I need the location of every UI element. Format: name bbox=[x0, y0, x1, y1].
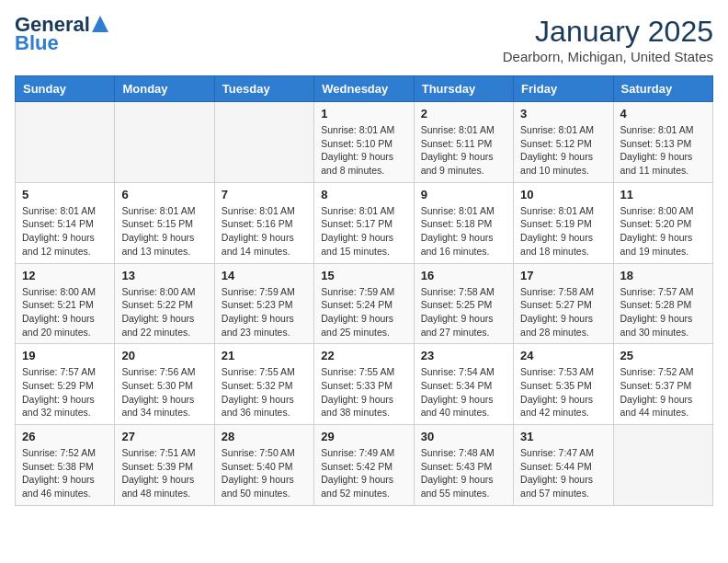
day-info: Sunrise: 7:54 AM Sunset: 5:34 PM Dayligh… bbox=[421, 365, 506, 419]
day-cell bbox=[115, 102, 214, 183]
day-cell: 14Sunrise: 7:59 AM Sunset: 5:23 PM Dayli… bbox=[214, 263, 313, 344]
day-number: 4 bbox=[620, 107, 706, 121]
day-info: Sunrise: 7:55 AM Sunset: 5:33 PM Dayligh… bbox=[321, 365, 406, 419]
day-cell bbox=[214, 102, 313, 183]
day-number: 17 bbox=[520, 269, 606, 282]
day-cell: 12Sunrise: 8:00 AM Sunset: 5:21 PM Dayli… bbox=[16, 263, 115, 344]
day-number: 16 bbox=[421, 269, 506, 282]
day-info: Sunrise: 7:51 AM Sunset: 5:39 PM Dayligh… bbox=[121, 446, 207, 500]
weekday-header-saturday: Saturday bbox=[613, 76, 712, 102]
logo-blue: Blue bbox=[15, 31, 59, 54]
day-number: 5 bbox=[22, 188, 108, 201]
day-info: Sunrise: 7:55 AM Sunset: 5:32 PM Dayligh… bbox=[222, 365, 307, 419]
day-info: Sunrise: 8:01 AM Sunset: 5:16 PM Dayligh… bbox=[222, 204, 307, 259]
day-info: Sunrise: 8:01 AM Sunset: 5:17 PM Dayligh… bbox=[321, 204, 406, 259]
day-info: Sunrise: 7:57 AM Sunset: 5:29 PM Dayligh… bbox=[22, 365, 108, 419]
day-info: Sunrise: 8:00 AM Sunset: 5:20 PM Dayligh… bbox=[620, 204, 706, 259]
weekday-header-tuesday: Tuesday bbox=[214, 76, 313, 102]
day-number: 30 bbox=[421, 430, 506, 443]
day-cell bbox=[16, 102, 115, 183]
svg-marker-0 bbox=[92, 16, 108, 32]
day-cell: 26Sunrise: 7:52 AM Sunset: 5:38 PM Dayli… bbox=[16, 425, 115, 506]
weekday-header-sunday: Sunday bbox=[16, 76, 115, 102]
day-cell: 28Sunrise: 7:50 AM Sunset: 5:40 PM Dayli… bbox=[214, 425, 313, 506]
day-cell bbox=[613, 425, 712, 506]
day-number: 29 bbox=[321, 430, 406, 443]
day-number: 28 bbox=[222, 430, 307, 443]
day-cell: 6Sunrise: 8:01 AM Sunset: 5:15 PM Daylig… bbox=[115, 182, 214, 263]
day-cell: 2Sunrise: 8:01 AM Sunset: 5:11 PM Daylig… bbox=[414, 102, 513, 183]
day-number: 22 bbox=[321, 349, 406, 362]
day-number: 21 bbox=[222, 349, 307, 362]
day-cell: 11Sunrise: 8:00 AM Sunset: 5:20 PM Dayli… bbox=[613, 182, 712, 263]
day-cell: 24Sunrise: 7:53 AM Sunset: 5:35 PM Dayli… bbox=[514, 344, 613, 425]
week-row-4: 19Sunrise: 7:57 AM Sunset: 5:29 PM Dayli… bbox=[16, 344, 713, 425]
day-number: 13 bbox=[121, 269, 207, 282]
day-number: 7 bbox=[222, 188, 307, 201]
day-number: 11 bbox=[620, 188, 706, 201]
day-info: Sunrise: 8:01 AM Sunset: 5:18 PM Dayligh… bbox=[421, 204, 506, 259]
day-number: 14 bbox=[222, 269, 307, 282]
day-info: Sunrise: 7:48 AM Sunset: 5:43 PM Dayligh… bbox=[421, 446, 506, 500]
day-info: Sunrise: 7:59 AM Sunset: 5:23 PM Dayligh… bbox=[222, 285, 307, 339]
day-cell: 13Sunrise: 8:00 AM Sunset: 5:22 PM Dayli… bbox=[115, 263, 214, 344]
day-cell: 17Sunrise: 7:58 AM Sunset: 5:27 PM Dayli… bbox=[514, 263, 613, 344]
day-cell: 4Sunrise: 8:01 AM Sunset: 5:13 PM Daylig… bbox=[613, 102, 712, 183]
day-number: 15 bbox=[321, 269, 406, 282]
week-row-3: 12Sunrise: 8:00 AM Sunset: 5:21 PM Dayli… bbox=[16, 263, 713, 344]
day-number: 25 bbox=[620, 349, 706, 362]
day-cell: 31Sunrise: 7:47 AM Sunset: 5:44 PM Dayli… bbox=[514, 425, 613, 506]
day-number: 9 bbox=[421, 188, 506, 201]
day-cell: 30Sunrise: 7:48 AM Sunset: 5:43 PM Dayli… bbox=[414, 425, 513, 506]
day-info: Sunrise: 8:01 AM Sunset: 5:15 PM Dayligh… bbox=[121, 204, 207, 259]
day-cell: 3Sunrise: 8:01 AM Sunset: 5:12 PM Daylig… bbox=[514, 102, 613, 183]
day-info: Sunrise: 8:01 AM Sunset: 5:10 PM Dayligh… bbox=[321, 123, 406, 178]
day-info: Sunrise: 8:00 AM Sunset: 5:22 PM Dayligh… bbox=[121, 285, 207, 339]
week-row-5: 26Sunrise: 7:52 AM Sunset: 5:38 PM Dayli… bbox=[16, 425, 713, 506]
day-info: Sunrise: 7:53 AM Sunset: 5:35 PM Dayligh… bbox=[520, 365, 606, 419]
day-cell: 7Sunrise: 8:01 AM Sunset: 5:16 PM Daylig… bbox=[214, 182, 313, 263]
day-cell: 27Sunrise: 7:51 AM Sunset: 5:39 PM Dayli… bbox=[115, 425, 214, 506]
day-cell: 22Sunrise: 7:55 AM Sunset: 5:33 PM Dayli… bbox=[314, 344, 414, 425]
day-cell: 8Sunrise: 8:01 AM Sunset: 5:17 PM Daylig… bbox=[314, 182, 414, 263]
title-block: January 2025 Dearborn, Michigan, United … bbox=[503, 15, 713, 64]
day-info: Sunrise: 7:56 AM Sunset: 5:30 PM Dayligh… bbox=[121, 365, 207, 419]
day-info: Sunrise: 8:01 AM Sunset: 5:14 PM Dayligh… bbox=[22, 204, 108, 259]
day-info: Sunrise: 8:01 AM Sunset: 5:11 PM Dayligh… bbox=[421, 123, 506, 178]
day-number: 8 bbox=[321, 188, 406, 201]
day-number: 26 bbox=[22, 430, 108, 443]
day-cell: 18Sunrise: 7:57 AM Sunset: 5:28 PM Dayli… bbox=[613, 263, 712, 344]
weekday-header-wednesday: Wednesday bbox=[314, 76, 414, 102]
day-number: 23 bbox=[421, 349, 506, 362]
day-info: Sunrise: 8:01 AM Sunset: 5:12 PM Dayligh… bbox=[520, 123, 606, 178]
logo: General Blue bbox=[15, 15, 108, 53]
day-number: 10 bbox=[520, 188, 606, 201]
location: Dearborn, Michigan, United States bbox=[503, 49, 713, 64]
day-cell: 29Sunrise: 7:49 AM Sunset: 5:42 PM Dayli… bbox=[314, 425, 414, 506]
day-number: 19 bbox=[22, 349, 108, 362]
week-row-2: 5Sunrise: 8:01 AM Sunset: 5:14 PM Daylig… bbox=[16, 182, 713, 263]
month-title: January 2025 bbox=[503, 15, 713, 49]
day-cell: 20Sunrise: 7:56 AM Sunset: 5:30 PM Dayli… bbox=[115, 344, 214, 425]
day-number: 12 bbox=[22, 269, 108, 282]
day-number: 1 bbox=[321, 107, 406, 121]
day-info: Sunrise: 7:58 AM Sunset: 5:27 PM Dayligh… bbox=[520, 285, 606, 339]
day-number: 20 bbox=[121, 349, 207, 362]
day-info: Sunrise: 7:52 AM Sunset: 5:37 PM Dayligh… bbox=[620, 365, 706, 419]
day-info: Sunrise: 7:52 AM Sunset: 5:38 PM Dayligh… bbox=[22, 446, 108, 500]
day-info: Sunrise: 7:58 AM Sunset: 5:25 PM Dayligh… bbox=[421, 285, 506, 339]
weekday-header-thursday: Thursday bbox=[414, 76, 513, 102]
day-cell: 15Sunrise: 7:59 AM Sunset: 5:24 PM Dayli… bbox=[314, 263, 414, 344]
week-row-1: 1Sunrise: 8:01 AM Sunset: 5:10 PM Daylig… bbox=[16, 102, 713, 183]
day-number: 18 bbox=[620, 269, 706, 282]
day-cell: 10Sunrise: 8:01 AM Sunset: 5:19 PM Dayli… bbox=[514, 182, 613, 263]
day-cell: 5Sunrise: 8:01 AM Sunset: 5:14 PM Daylig… bbox=[16, 182, 115, 263]
calendar-table: SundayMondayTuesdayWednesdayThursdayFrid… bbox=[15, 75, 713, 506]
logo-icon bbox=[90, 16, 108, 34]
day-info: Sunrise: 7:50 AM Sunset: 5:40 PM Dayligh… bbox=[222, 446, 307, 500]
day-info: Sunrise: 7:57 AM Sunset: 5:28 PM Dayligh… bbox=[620, 285, 706, 339]
day-info: Sunrise: 8:01 AM Sunset: 5:19 PM Dayligh… bbox=[520, 204, 606, 259]
day-cell: 9Sunrise: 8:01 AM Sunset: 5:18 PM Daylig… bbox=[414, 182, 513, 263]
day-cell: 25Sunrise: 7:52 AM Sunset: 5:37 PM Dayli… bbox=[613, 344, 712, 425]
day-cell: 19Sunrise: 7:57 AM Sunset: 5:29 PM Dayli… bbox=[16, 344, 115, 425]
